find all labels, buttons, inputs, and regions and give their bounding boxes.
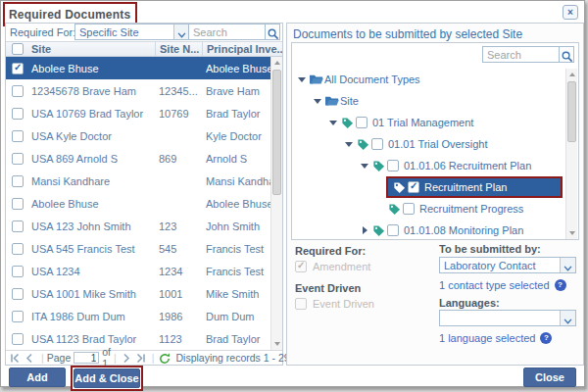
refresh-icon[interactable] [159,353,172,364]
scroll-down-icon[interactable] [271,338,282,350]
row-checkbox[interactable] [12,85,24,97]
last-page-icon[interactable] [135,353,148,364]
cell-site: ITA 1986 Dum Dum [29,311,155,322]
row-checkbox[interactable] [12,288,24,300]
row-checkbox[interactable] [12,108,24,120]
tree-node[interactable]: Recruitment Plan [294,176,564,198]
page-number-input[interactable] [74,352,99,364]
tree-node-checkbox[interactable] [408,181,419,193]
tree-node-checkbox[interactable] [387,160,399,172]
amendment-label: Amendment [313,261,370,272]
table-row[interactable]: USA 1001 Mike Smith1001Mike Smith [6,282,270,305]
languages-combo[interactable] [439,310,576,326]
row-checkbox[interactable] [12,333,24,345]
search-icon[interactable] [265,24,280,40]
search-icon[interactable] [559,46,574,63]
table-row[interactable]: USA 869 Arnold S869Arnold S [6,147,270,170]
table-row[interactable]: USA Kyle DoctorKyle Doctor [6,124,270,147]
table-row[interactable]: Abolee BhuseAbolee Bhuse [6,192,270,215]
scroll-down-icon[interactable] [566,227,577,239]
table-row[interactable]: Abolee BhuseAbolee Bhuse [6,57,270,79]
required-for-combo[interactable]: Specific Site [74,24,190,40]
collapse-icon[interactable] [312,99,323,104]
table-row[interactable]: 12345678 Brave Ham12345...Brave Ham [6,79,270,102]
contact-type-selected-link[interactable]: 1 contact type selected [439,279,550,291]
row-checkbox[interactable] [12,243,24,255]
chevron-down-icon[interactable] [560,258,575,272]
title-bar: Required Documents × [1,1,584,23]
collapse-icon[interactable] [327,121,339,125]
close-icon[interactable]: × [563,5,578,20]
tree-search-input[interactable] [482,46,559,63]
tree-node-label: 01.01 Trial Oversight [388,138,488,150]
next-page-icon[interactable] [121,353,133,364]
row-checkbox[interactable] [12,198,24,210]
add-button[interactable]: Add [9,368,66,387]
language-selected-link[interactable]: 1 language selected [439,332,535,344]
close-button[interactable]: Close [523,368,576,387]
table-row[interactable]: Mansi KandhareMansi Kandhare [6,170,270,192]
tree-node[interactable]: Recruitment Progress [294,198,564,220]
tree-node-label: 01 Trial Management [372,117,473,128]
tree-node[interactable]: 01.01.06 Recruitment Plan [294,155,564,176]
row-checkbox[interactable] [12,153,24,165]
table-row[interactable]: USA 1123 Brad Taylor1123Brad Taylor [6,327,270,350]
column-header-principal-investigator[interactable]: Principal Inve... [202,42,282,56]
scroll-up-icon[interactable] [566,69,577,80]
row-checkbox[interactable] [12,266,24,277]
select-all-checkbox[interactable] [6,43,29,55]
help-icon[interactable]: ? [555,279,566,291]
row-checkbox-cell [6,108,29,120]
tree-node-checkbox[interactable] [356,117,368,128]
table-row[interactable]: USA 123 John Smith123John Smith [6,215,270,237]
tree-node-label: All Document Types [324,74,420,85]
chevron-down-icon[interactable] [560,311,575,325]
table-row[interactable]: USA 12341234Francis Test [6,260,270,282]
tag-icon [370,224,387,237]
table-scrollbar[interactable] [270,57,282,350]
tag-icon [355,138,371,151]
selected-node-highlight[interactable]: Recruitment Plan [386,176,563,198]
help-icon[interactable]: ? [540,332,552,344]
scrollbar-thumb[interactable] [272,70,281,195]
collapse-icon[interactable] [343,142,355,147]
row-checkbox[interactable] [12,311,24,322]
language-link-row: 1 language selected ? [439,332,552,344]
prev-page-icon[interactable] [24,353,37,364]
tree-node-checkbox[interactable] [371,138,383,150]
tree-scrollbar[interactable] [565,69,577,239]
collapse-icon[interactable] [359,164,370,169]
column-header-site[interactable]: Site [29,43,155,55]
tree-node[interactable]: 01.01.08 Monitoring Plan [294,220,564,237]
collapse-icon[interactable] [296,77,308,82]
expand-icon[interactable] [359,226,370,234]
cell-principal-investigator: Arnold S [202,153,270,165]
search-input[interactable] [188,24,265,40]
cell-site: Abolee Bhuse [29,198,155,210]
folder-icon [323,95,340,107]
submitted-by-combo[interactable]: Laboratory Contact [439,257,576,273]
tree-node[interactable]: 01 Trial Management [294,112,564,133]
row-checkbox-cell [6,243,29,255]
table-row[interactable]: USA 545 Francis Test545Francis Test [6,237,270,260]
scrollbar-thumb[interactable] [567,81,576,142]
tree-node[interactable]: All Document Types [294,69,564,90]
column-header-site-no[interactable]: Site N... [155,42,202,56]
row-checkbox[interactable] [12,130,24,142]
add-and-close-button[interactable]: Add & Close [74,368,140,388]
tree-node[interactable]: 01.01 Trial Oversight [294,133,564,155]
scroll-up-icon[interactable] [271,57,282,69]
first-page-icon[interactable] [10,353,23,364]
tree-node[interactable]: Site [294,90,564,112]
table-row[interactable]: USA 10769 Brad Taylor10769Brad Taylor [6,102,270,124]
row-checkbox[interactable] [12,175,24,187]
triangle-down-icon [345,142,353,147]
row-checkbox[interactable] [12,220,24,232]
tree-node-checkbox[interactable] [387,224,399,236]
required-for-label: Required For: [295,245,366,257]
table-row[interactable]: ITA 1986 Dum Dum1986Dum Dum [6,305,270,327]
chevron-down-icon[interactable] [173,24,189,39]
tag-icon [386,203,403,216]
tree-node-checkbox[interactable] [403,203,415,215]
row-checkbox[interactable] [12,63,24,74]
